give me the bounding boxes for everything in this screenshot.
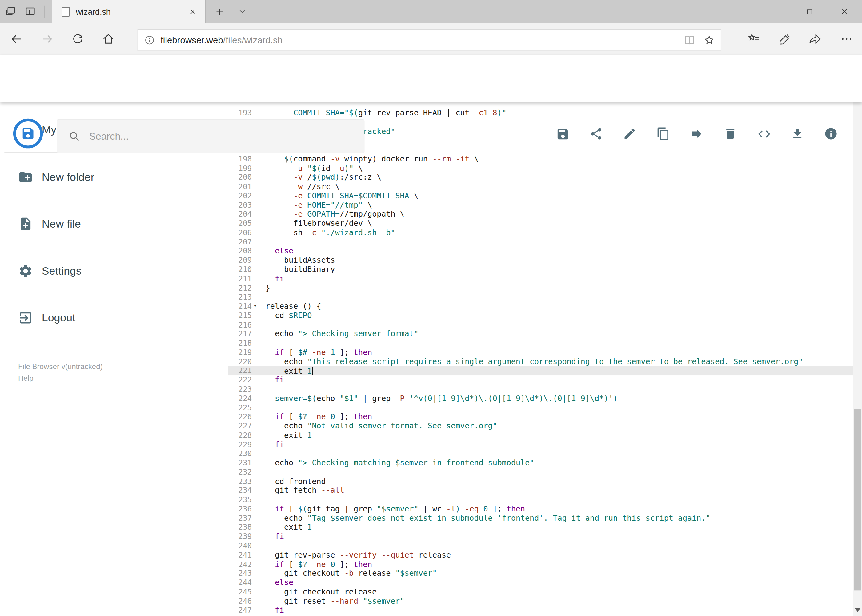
code-line[interactable]: 241 git rev-parse --verify --quiet relea… [228, 550, 853, 559]
tabs-set-aside-icon[interactable] [4, 6, 16, 17]
code-line[interactable]: 205 filebrowser/dev \ [228, 218, 853, 228]
code-line[interactable]: 193 COMMIT_SHA="$(git rev-parse HEAD | c… [228, 108, 853, 118]
code-line[interactable]: 203 -e HOME="//tmp" \ [228, 200, 853, 209]
move-button[interactable] [689, 126, 704, 141]
sidebar-item-new-file[interactable]: New file [0, 210, 220, 237]
code-line[interactable]: 222 fi [228, 375, 853, 384]
sidebar-item-logout[interactable]: Logout [0, 304, 220, 331]
fold-arrow-icon[interactable]: ▾ [254, 302, 257, 311]
url-text[interactable]: filebrowser.web/files/wizard.sh [161, 35, 681, 45]
delete-button[interactable] [723, 126, 738, 141]
share-page-icon[interactable] [804, 29, 826, 49]
code-line[interactable]: 210 buildBinary [228, 265, 853, 274]
code-line[interactable]: 206 sh -c "./wizard.sh -b" [228, 228, 853, 237]
code-line[interactable]: 247 fi [228, 605, 853, 615]
code-line[interactable]: 227 echo "Not valid semver format. See s… [228, 421, 853, 431]
share-button[interactable] [589, 126, 604, 141]
code-line[interactable]: 208 else [228, 246, 853, 256]
reading-view-icon[interactable] [681, 32, 698, 49]
download-button[interactable] [790, 126, 805, 141]
forward-button[interactable] [36, 29, 58, 49]
home-button[interactable] [97, 29, 119, 49]
code-line[interactable]: 245 git checkout release [228, 587, 853, 596]
line-number: 230 [228, 449, 252, 458]
sidebar-item-new-folder[interactable]: New folder [0, 163, 220, 191]
new-tab-button[interactable] [211, 0, 228, 23]
window-minimize-button[interactable] [756, 0, 791, 23]
refresh-button[interactable] [66, 29, 88, 49]
code-line[interactable]: 242 if [ $? -ne 0 ]; then [228, 559, 853, 569]
back-button[interactable] [6, 29, 27, 49]
chevron-down-icon[interactable] [233, 0, 252, 23]
code-line[interactable]: 239 fi [228, 532, 853, 541]
address-bar[interactable]: filebrowser.web/files/wizard.sh [137, 29, 721, 51]
vertical-scrollbar[interactable] [853, 55, 862, 616]
code-line[interactable]: 199 -u "$(id -u)" \ [228, 163, 853, 173]
info-button[interactable] [824, 126, 838, 141]
window-close-button[interactable] [827, 0, 862, 23]
web-note-pen-icon[interactable] [773, 29, 795, 49]
code-line[interactable]: 202 -e COMMIT_SHA=$COMMIT_SHA \ [228, 191, 853, 200]
sidebar-item-settings[interactable]: Settings [0, 257, 220, 284]
code-line[interactable]: 238 exit 1 [228, 523, 853, 532]
code-line[interactable]: 214▾release () { [228, 302, 853, 311]
code-line[interactable]: 240 [228, 541, 853, 550]
code-line[interactable]: 212} [228, 283, 853, 292]
help-link[interactable]: Help [18, 374, 33, 383]
search-input[interactable] [88, 130, 364, 142]
code-view-button[interactable] [756, 126, 771, 141]
code-line[interactable]: 204 -e GOPATH=//tmp/gopath \ [228, 209, 853, 218]
copy-button[interactable] [656, 126, 671, 141]
app-version-text: File Browser v(untracked) [18, 363, 103, 371]
code-line[interactable]: 246 git reset --hard "$semver" [228, 596, 853, 605]
filebrowser-header [0, 55, 862, 102]
more-options-icon[interactable] [835, 29, 857, 49]
filebrowser-logo[interactable] [13, 119, 43, 148]
code-line[interactable]: 223 [228, 384, 853, 394]
code-line[interactable]: 207 [228, 237, 853, 246]
browser-tab[interactable]: wizard.sh [52, 0, 206, 23]
code-line[interactable]: 226 if [ $? -ne 0 ]; then [228, 412, 853, 421]
hub-favorites-icon[interactable] [742, 29, 764, 49]
code-line[interactable]: 216 [228, 320, 853, 329]
code-line[interactable]: 215 cd $REPO [228, 311, 853, 320]
code-line[interactable]: 233 cd frontend [228, 477, 853, 486]
code-line[interactable]: 213 [228, 292, 853, 302]
code-line[interactable]: 209 buildAssets [228, 256, 853, 265]
scroll-down-arrow-icon[interactable] [855, 608, 860, 612]
code-line[interactable]: 218 [228, 339, 853, 348]
code-line[interactable]: 224 semver=$(echo "$1" | grep -P '^v(0|[… [228, 394, 853, 403]
code-text: git reset --hard "$semver" [266, 596, 405, 605]
tab-close-icon[interactable] [186, 6, 199, 17]
code-line[interactable]: 201 -w //src \ [228, 182, 853, 191]
code-line[interactable]: 198 $(command -v winpty) docker run --rm… [228, 154, 853, 163]
code-line[interactable]: 237 echo "Tag $semver does not exist in … [228, 514, 853, 523]
code-line[interactable]: 211 fi [228, 274, 853, 283]
code-line[interactable]: 235 [228, 495, 853, 504]
code-line[interactable]: 230 [228, 449, 853, 458]
code-line[interactable]: 225 [228, 403, 853, 412]
code-line[interactable]: 200 -v /$(pwd):/src:z \ [228, 173, 853, 182]
search-box[interactable] [57, 119, 364, 154]
code-line[interactable]: 243 git checkout -b release "$semver" [228, 569, 853, 578]
code-line[interactable]: 220 echo "This release script requires a… [228, 357, 853, 366]
scrollbar-thumb[interactable] [854, 409, 861, 591]
code-line[interactable]: 232 [228, 467, 853, 477]
code-line[interactable]: 234 git fetch --all [228, 486, 853, 495]
favorite-star-icon[interactable] [701, 32, 718, 49]
code-line[interactable]: 244 else [228, 578, 853, 587]
code-line[interactable]: 221 exit 1 [228, 366, 853, 375]
code-line[interactable]: 231 echo "> Checking matching $semver in… [228, 458, 853, 467]
code-line[interactable]: 228 exit 1 [228, 431, 853, 440]
save-button[interactable] [555, 126, 570, 141]
edit-button[interactable] [622, 126, 637, 141]
tabs-preview-icon[interactable] [24, 6, 36, 17]
url-path: /files/wizard.sh [223, 35, 282, 45]
code-line[interactable]: 236 if [ $(git tag | grep "$semver" | wc… [228, 504, 853, 514]
code-editor[interactable]: 193 COMMIT_SHA="$(git rev-parse HEAD | c… [228, 102, 853, 616]
code-line[interactable]: 217 echo "> Checking semver format" [228, 329, 853, 339]
code-line[interactable]: 229 fi [228, 440, 853, 449]
window-maximize-button[interactable] [791, 0, 827, 23]
site-info-icon[interactable] [144, 35, 155, 46]
code-line[interactable]: 219 if [ $# -ne 1 ]; then [228, 348, 853, 357]
